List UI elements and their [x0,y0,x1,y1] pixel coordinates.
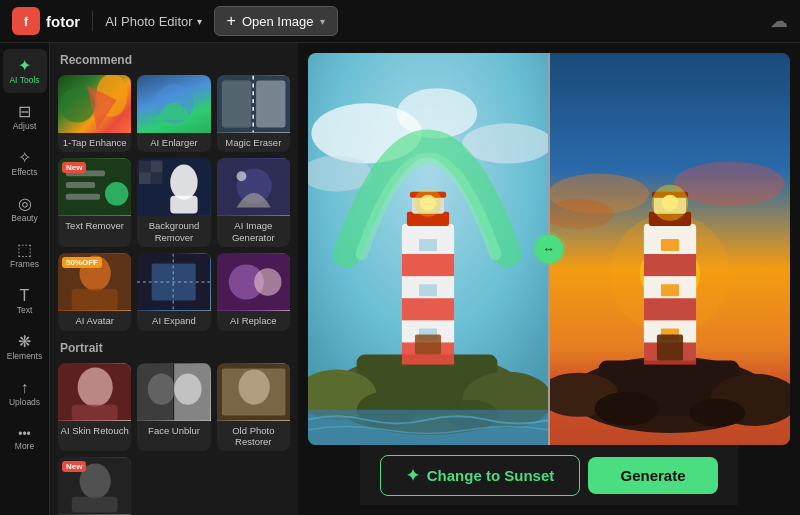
sidebar-item-frames[interactable]: ⬚ Frames [3,233,47,277]
tool-expand-thumb [137,253,210,311]
more-icon: ••• [18,428,31,440]
tool-ai-expand[interactable]: AI Expand [137,253,210,330]
tool-avatar-label: AI Avatar [73,311,115,330]
svg-point-79 [674,162,785,206]
header-divider [92,11,93,31]
tool-old-photo[interactable]: Old Photo Restorer [217,363,290,452]
tool-enlarger-label: AI Enlarger [148,133,200,152]
tool-imagegen-label: AI Image Generator [217,216,290,247]
effects-icon: ✧ [18,150,31,166]
tool-skin-retouch[interactable]: AI Skin Retouch [58,363,131,452]
tool-bg-remover[interactable]: Background Remover [137,158,210,247]
svg-rect-37 [72,404,118,420]
image-divider[interactable]: ↔ [548,53,550,445]
header-chevron-icon: ▾ [197,16,202,27]
sidebar-item-ai-tools[interactable]: ✦ AI Tools [3,49,47,93]
text-label: Text [17,306,33,315]
tool-replace-thumb [217,253,290,311]
tool-eraser-thumb [217,75,290,133]
svg-rect-13 [66,194,100,200]
elements-icon: ❋ [18,334,31,350]
svg-rect-27 [72,289,118,311]
tool-bgremover-thumb [137,158,210,216]
tool-face-unblur[interactable]: Face Unblur [137,363,210,452]
sidebar-item-elements[interactable]: ❋ Elements [3,325,47,369]
tool-colorize-thumb: New [58,457,131,515]
uploads-label: Uploads [9,398,40,407]
image-comparison: ↔ [308,53,790,445]
svg-rect-17 [151,161,163,173]
svg-rect-63 [402,298,454,320]
tool-expand-label: AI Expand [150,311,198,330]
svg-rect-21 [171,196,198,214]
tool-ai-replace[interactable]: AI Replace [217,253,290,330]
tool-colorize[interactable]: New Colorize B&W [58,457,131,515]
bottom-bar: ✦ Change to Sunset Generate [360,445,738,505]
off-badge: 50%OFF [62,257,102,268]
svg-rect-16 [139,161,151,173]
change-to-sunset-label: Change to Sunset [427,467,555,484]
header: f fotor AI Photo Editor ▾ + Open Image ▾… [0,0,800,43]
svg-rect-73 [415,334,441,354]
sidebar-item-text[interactable]: T Text [3,279,47,323]
tool-image-generator[interactable]: AI Image Generator [217,158,290,247]
svg-rect-90 [644,254,696,276]
frames-label: Frames [10,260,39,269]
svg-rect-12 [66,183,95,189]
svg-rect-7 [222,81,251,128]
image-after [550,53,790,445]
svg-rect-94 [661,284,679,296]
effects-label: Effects [12,168,38,177]
tool-ai-avatar[interactable]: 50%OFF AI Avatar [58,253,131,330]
open-image-label: Open Image [242,14,314,29]
svg-point-14 [105,183,128,206]
sidebar-item-uploads[interactable]: ↑ Uploads [3,371,47,415]
tool-skinretouch-label: AI Skin Retouch [59,421,131,440]
svg-point-24 [236,172,246,182]
icon-bar: ✦ AI Tools ⊟ Adjust ✧ Effects ◎ Beauty ⬚… [0,43,50,515]
tool-textremover-thumb: New [58,158,131,216]
recommend-tool-grid: 1-Tap Enhance AI Enlarger Magic Eraser N… [58,75,290,331]
generate-button[interactable]: Generate [588,457,718,494]
svg-point-41 [148,373,175,404]
sparkle-icon: ✦ [406,466,419,485]
header-title[interactable]: AI Photo Editor ▾ [105,14,201,29]
tool-eraser-label: Magic Eraser [223,133,283,152]
uploads-icon: ↑ [21,380,29,396]
sidebar-item-effects[interactable]: ✧ Effects [3,141,47,185]
tool-faceunblur-label: Face Unblur [146,421,202,440]
change-to-sunset-button[interactable]: ✦ Change to Sunset [380,455,580,496]
tool-1tap-enhance[interactable]: 1-Tap Enhance [58,75,131,152]
ai-tools-label: AI Tools [9,76,39,85]
tool-skinretouch-thumb [58,363,131,421]
svg-point-42 [174,373,201,404]
new-badge: New [62,162,86,173]
tool-text-remover[interactable]: New Text Remover [58,158,131,247]
svg-rect-19 [151,173,163,185]
recommend-section-title: Recommend [58,53,290,67]
svg-rect-101 [657,334,683,360]
tools-panel: Recommend 1-Tap Enhance AI Enlarger [50,43,298,515]
divider-handle-circle: ↔ [535,235,563,263]
svg-rect-8 [256,81,285,128]
tool-avatar-thumb: 50%OFF [58,253,131,311]
svg-point-36 [78,367,113,406]
open-image-button[interactable]: + Open Image ▾ [214,6,338,36]
sidebar-item-adjust[interactable]: ⊟ Adjust [3,95,47,139]
svg-rect-65 [419,239,437,251]
sidebar-item-more[interactable]: ••• More [3,417,47,461]
cloud-icon: ☁ [770,10,788,32]
tool-magic-eraser[interactable]: Magic Eraser [217,75,290,152]
svg-rect-48 [72,497,118,513]
svg-point-72 [414,189,442,217]
tool-ai-enlarger[interactable]: AI Enlarger [137,75,210,152]
svg-point-34 [254,268,281,295]
svg-rect-91 [644,298,696,320]
colorize-new-badge: New [62,461,86,472]
adjust-label: Adjust [13,122,37,131]
sidebar-item-beauty[interactable]: ◎ Beauty [3,187,47,231]
tool-oldphoto-label: Old Photo Restorer [217,421,290,452]
svg-rect-93 [661,239,679,251]
tool-replace-label: AI Replace [228,311,278,330]
logo[interactable]: f fotor [12,7,80,35]
